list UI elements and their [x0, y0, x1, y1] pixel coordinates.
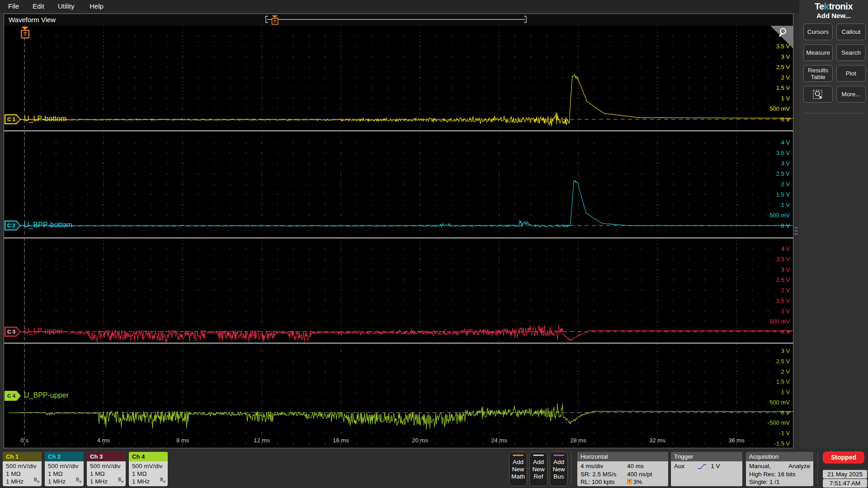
- time-axis-label: 32 ms: [649, 437, 665, 444]
- record-trigger-marker-icon[interactable]: T: [272, 15, 278, 25]
- trigger-position-flag-icon[interactable]: T: [21, 27, 28, 38]
- channel-card-header: Ch 1: [3, 452, 42, 461]
- trace-U_LP-upper: [9, 325, 793, 342]
- trigger-marker-icon: T: [627, 479, 632, 485]
- channel-card-line: 500 mV/div: [48, 462, 84, 470]
- label-line: Math: [509, 473, 527, 480]
- v-axis-label: 3.5 V: [776, 150, 790, 156]
- bandwidth-limit-badge: Bw: [160, 476, 165, 485]
- channel-card-body: 500 mV/div1 MΩ1 MHzBw: [87, 461, 126, 486]
- v-axis-label: 500 mV: [769, 212, 790, 219]
- horizontal-value: 400 ns/pt: [627, 470, 665, 479]
- divider: [571, 452, 571, 483]
- date-display: 21 May 2025: [823, 470, 867, 479]
- accent-bar: [533, 455, 544, 456]
- v-axis-label: 1 V: [781, 95, 790, 102]
- v-axis-label: 500 mV: [769, 105, 790, 112]
- sidebar-button-measure[interactable]: Measure: [803, 44, 833, 61]
- v-axis-label: 2 V: [781, 74, 790, 81]
- channel-label-U_BPP-bottom[interactable]: U_BPP-bottom: [24, 221, 72, 229]
- v-axis-label: 500 mV: [769, 399, 790, 406]
- tektronix-logo: Tektronix: [799, 1, 868, 12]
- record-view-bar[interactable]: T: [265, 16, 527, 24]
- v-axis-label: 2.5 V: [776, 358, 790, 365]
- channel-card-ch1[interactable]: Ch 1500 mV/div1 MΩ1 MHzBw: [3, 452, 42, 486]
- channel-card-body: 500 mV/div1 MΩ1 MHzBw: [3, 461, 42, 486]
- sidebar-button-callout[interactable]: Callout: [836, 23, 866, 40]
- label-line: Add: [550, 459, 567, 466]
- sidebar-button-more-[interactable]: More...: [836, 86, 866, 103]
- sidebar-button-plot[interactable]: Plot: [836, 65, 866, 82]
- channel-card-body: 500 mV/div1 MΩ1 MHzBw: [45, 461, 84, 486]
- sidebar-button-search[interactable]: Search: [836, 44, 866, 61]
- time-axis-label: 8 ms: [176, 437, 189, 444]
- add-new-math-button[interactable]: AddNewMath: [509, 452, 527, 486]
- v-axis-label: 4 V: [781, 245, 790, 252]
- horizontal-row: SR: 2.5 MS/s400 ns/pt: [580, 470, 665, 479]
- trigger-source: Aux: [674, 462, 684, 470]
- add-new-bus-button[interactable]: AddNewBus: [550, 452, 568, 486]
- channel-badge-c4[interactable]: C 4: [5, 391, 21, 401]
- channel-badge-c3[interactable]: C 3: [5, 327, 21, 337]
- v-axis-label: 500 mV: [769, 318, 790, 325]
- horizontal-value: 40 ms: [627, 462, 665, 470]
- horizontal-value: T3%: [627, 478, 665, 486]
- label-line: New: [530, 466, 547, 473]
- sidebar-button-results-table[interactable]: Results Table: [803, 65, 833, 82]
- label-line: New: [509, 466, 527, 473]
- acquisition-single: Single: 1 /1: [749, 478, 810, 486]
- menu-item-file[interactable]: File: [8, 0, 19, 13]
- channel-badge-c2[interactable]: C 2: [5, 221, 21, 230]
- sidebar-button-cursors[interactable]: Cursors: [803, 23, 833, 40]
- zoom-select-button[interactable]: [803, 86, 833, 103]
- acquisition-panel-title: Acquisition: [746, 452, 813, 461]
- record-view-line: [267, 19, 525, 20]
- channel-badge-c1[interactable]: C 1: [5, 114, 21, 124]
- accent-bar: [553, 455, 564, 456]
- v-axis-label: 3 V: [781, 53, 790, 60]
- accent-bar: [513, 455, 524, 456]
- channel-label-U_BPP-upper[interactable]: U_BPP-upper: [24, 391, 69, 399]
- v-axis-label: 1.5 V: [776, 84, 790, 91]
- channel-card-header: Ch 4: [129, 452, 168, 461]
- label-line: Bus: [550, 473, 567, 480]
- waveform-view-titlebar[interactable]: Waveform View T: [4, 14, 793, 26]
- menu-item-utility[interactable]: Utility: [58, 0, 75, 13]
- add-new-ref-button[interactable]: AddNewRef: [529, 452, 547, 486]
- channel-card-line: 500 mV/div: [6, 462, 42, 470]
- channel-card-ch3[interactable]: Ch 3500 mV/div1 MΩ1 MHzBw: [87, 452, 126, 486]
- trace-U_BPP-upper: [9, 404, 793, 430]
- v-axis-label: 1.5 V: [776, 191, 790, 198]
- horizontal-panel[interactable]: Horizontal 4 ms/div40 msSR: 2.5 MS/s400 …: [577, 452, 668, 486]
- bottom-bar: Ch 1500 mV/div1 MΩ1 MHzBwCh 2500 mV/div1…: [0, 448, 868, 488]
- menu-item-help[interactable]: Help: [90, 0, 104, 13]
- channel-card-ch4[interactable]: Ch 4500 mV/div1 MΩ1 MHzBw: [129, 452, 168, 486]
- v-axis-label: 3.5 V: [776, 256, 790, 263]
- horizontal-panel-title: Horizontal: [577, 452, 668, 461]
- channel-label-U_LP-bottom[interactable]: U_LP-bottom: [24, 115, 66, 123]
- v-axis-label: -500 mV: [768, 419, 790, 426]
- v-axis-label: 2 V: [781, 287, 790, 294]
- v-axis-label: -1.5 V: [774, 440, 790, 447]
- time-axis-label: 28 ms: [570, 437, 586, 444]
- run-stop-status-button[interactable]: Stopped: [823, 451, 864, 464]
- menu-item-edit[interactable]: Edit: [33, 0, 44, 13]
- v-axis-label: 3 V: [781, 347, 790, 354]
- acquisition-panel[interactable]: Acquisition Manual, Analyze High Res: 16…: [746, 452, 813, 486]
- magnifier-icon: [778, 27, 790, 39]
- v-axis-label: 2.5 V: [776, 277, 790, 283]
- label-line: Add: [509, 459, 527, 466]
- channel-card-ch2[interactable]: Ch 2500 mV/div1 MΩ1 MHzBw: [45, 452, 84, 486]
- bandwidth-limit-badge: Bw: [34, 476, 39, 485]
- panel-drag-handle[interactable]: [795, 227, 796, 228]
- v-axis-label: 3 V: [781, 266, 790, 273]
- record-view-right-bracket[interactable]: [524, 16, 527, 23]
- channel-label-U_LP-upper[interactable]: U_LP-upper: [24, 327, 63, 335]
- plot-area[interactable]: 3.5 V3 V2.5 V2 V1.5 V1 V500 mV0 V4 V3.5 …: [4, 26, 793, 448]
- horizontal-value: RL: 100 kpts: [580, 478, 627, 486]
- v-axis-label: 2.5 V: [776, 170, 790, 177]
- trigger-panel[interactable]: Trigger Aux 1 V: [671, 452, 742, 486]
- time-axis-label: 16 ms: [333, 437, 349, 444]
- time-axis-label: 0 s: [20, 437, 28, 444]
- record-view-left-bracket[interactable]: [265, 16, 268, 23]
